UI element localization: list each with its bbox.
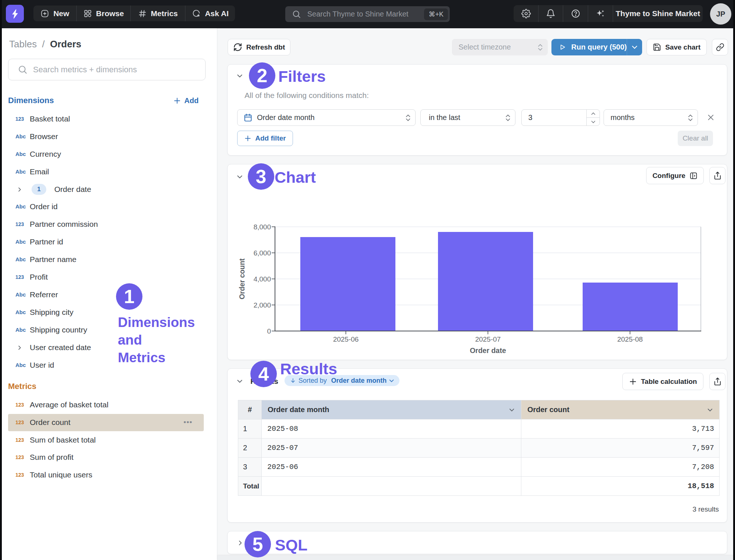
svg-text:2025-06: 2025-06	[333, 335, 359, 343]
svg-text:6,000: 6,000	[253, 249, 271, 257]
svg-text:2025-08: 2025-08	[617, 335, 643, 343]
svg-text:0: 0	[267, 327, 271, 335]
svg-text:2025-07: 2025-07	[475, 335, 501, 343]
svg-text:Order date: Order date	[470, 346, 506, 354]
svg-text:2,000: 2,000	[253, 301, 271, 309]
svg-text:Order count: Order count	[238, 258, 246, 299]
svg-text:8,000: 8,000	[253, 223, 271, 231]
svg-text:4,000: 4,000	[253, 275, 271, 283]
